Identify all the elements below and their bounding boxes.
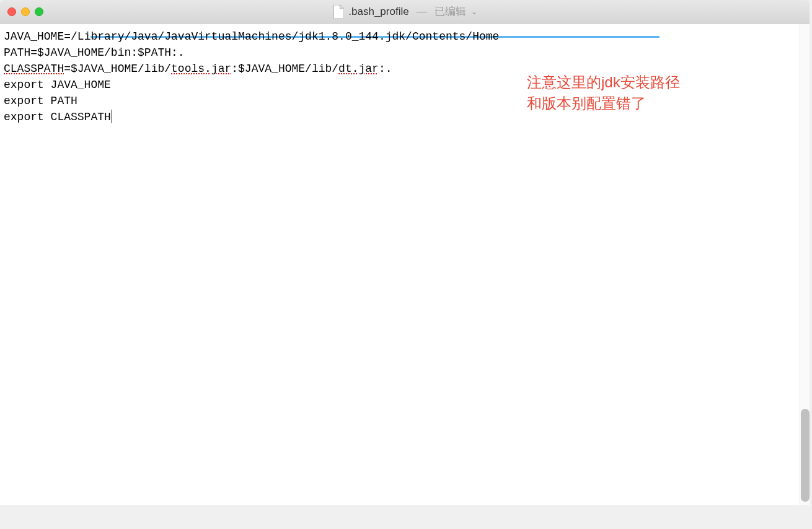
vertical-scrollbar[interactable] [800,24,810,505]
title-separator: — [417,6,427,18]
editor-area[interactable]: JAVA_HOME=/Library/Java/JavaVirtualMachi… [0,24,810,505]
scrollbar-thumb[interactable] [801,409,810,502]
code-line-1: JAVA_HOME=/Library/Java/JavaVirtualMachi… [4,30,499,43]
chevron-down-icon[interactable]: ⌄ [471,7,477,16]
traffic-lights [7,7,43,16]
title-filename: .bash_profile [348,6,408,18]
code-content[interactable]: JAVA_HOME=/Library/Java/JavaVirtualMachi… [4,28,806,125]
minimize-button[interactable] [21,7,30,16]
code-line-4: export JAVA_HOME [4,79,111,91]
close-button[interactable] [7,7,16,16]
code-line-5: export PATH [4,95,77,107]
code-line-2: PATH=$JAVA_HOME/bin:$PATH:. [4,46,185,59]
annotation-note: 注意这里的jdk安装路径 和版本别配置错了 [527,72,680,114]
window-title[interactable]: .bash_profile — 已编辑 ⌄ [332,4,477,19]
code-line-6: export CLASSPATH [4,111,111,123]
code-line-3: CLASSPATH=$JAVA_HOME/lib/tools.jar:$JAVA… [4,63,392,75]
annotation-line-2: 和版本别配置错了 [527,93,680,114]
file-icon [332,5,343,19]
title-status: 已编辑 [435,4,466,19]
maximize-button[interactable] [35,7,43,16]
text-cursor [112,110,112,123]
annotation-line-1: 注意这里的jdk安装路径 [527,72,680,93]
editor-window: .bash_profile — 已编辑 ⌄ JAVA_HOME=/Library… [0,0,810,505]
titlebar[interactable]: .bash_profile — 已编辑 ⌄ [0,0,810,24]
